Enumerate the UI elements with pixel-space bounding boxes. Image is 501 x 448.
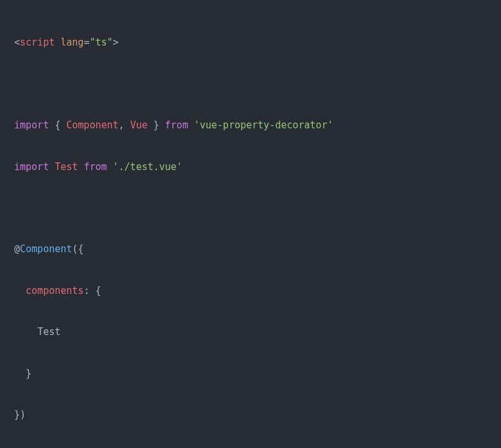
identifier: Test bbox=[55, 161, 78, 173]
punct: } bbox=[26, 368, 31, 379]
punct: { bbox=[49, 119, 66, 131]
decorator-name: Component bbox=[20, 243, 72, 255]
string: 'vue-property-decorator' bbox=[194, 119, 333, 131]
tag-name: script bbox=[20, 37, 55, 48]
code-line: Test bbox=[14, 322, 487, 342]
identifier: Component bbox=[66, 119, 118, 131]
identifier: Vue bbox=[130, 119, 148, 131]
code-line: <script lang="ts"> bbox=[14, 32, 487, 53]
attr-value: "ts" bbox=[89, 37, 112, 48]
space bbox=[55, 37, 60, 48]
indent bbox=[14, 285, 26, 297]
keyword: import bbox=[14, 119, 49, 131]
punct: } bbox=[148, 119, 165, 131]
code-line bbox=[14, 74, 487, 94]
code-line bbox=[14, 198, 487, 218]
attr-name: lang bbox=[60, 37, 84, 48]
punct: , bbox=[119, 119, 130, 131]
indent bbox=[14, 326, 37, 338]
keyword: from bbox=[165, 119, 188, 131]
code-line: } bbox=[14, 363, 487, 384]
string: './test.vue' bbox=[113, 161, 182, 173]
keyword: from bbox=[84, 161, 107, 173]
punct: : { bbox=[84, 285, 101, 297]
bracket: < bbox=[14, 37, 20, 48]
space bbox=[49, 161, 55, 173]
code-line: }) bbox=[14, 404, 487, 425]
indent bbox=[14, 368, 26, 379]
code-editor[interactable]: <script lang="ts"> import { Component, V… bbox=[14, 12, 487, 448]
punct: }) bbox=[14, 409, 26, 420]
punct: ({ bbox=[72, 243, 84, 255]
code-line: components: { bbox=[14, 280, 487, 301]
decorator-at: @ bbox=[14, 243, 20, 255]
keyword: import bbox=[14, 161, 49, 173]
property-key: components bbox=[26, 285, 84, 297]
bracket: > bbox=[113, 37, 119, 48]
space bbox=[107, 161, 113, 173]
identifier: Test bbox=[37, 326, 60, 338]
code-line: import { Component, Vue } from 'vue-prop… bbox=[14, 115, 487, 135]
code-line: import Test from './test.vue' bbox=[14, 157, 487, 177]
code-line: @Component({ bbox=[14, 239, 487, 259]
space bbox=[188, 119, 194, 131]
